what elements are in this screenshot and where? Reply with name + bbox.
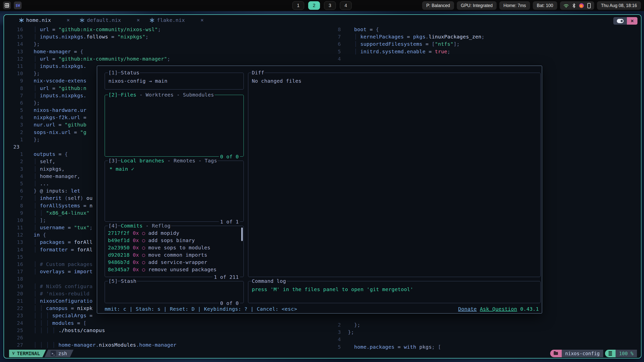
commits-panel-title: [4]─Commits - Reflog [108,222,171,229]
line-number: 7 [8,195,23,202]
editor-window: home.nix×default.nix×flake.nix× × 16 │ u… [4,14,641,358]
code-line: 26 [8,334,176,341]
code-text: │ forAllSystems = n [23,202,93,209]
code-text: outputs = { [23,151,68,158]
line-number: 24 [8,320,23,327]
nix-snowflake-icon [79,18,85,23]
commit-hash: d920218 [108,252,130,258]
commit-hash: 9486b7d [108,259,130,265]
window-toggle-button[interactable] [613,17,627,25]
code-text: nur.url = "github [23,121,87,128]
commit-graph-icon: ○ [142,252,145,258]
commit-message: move sops to modules [145,245,210,251]
commits-count: 1 of 211 [213,274,240,280]
line-number: 15 [8,253,23,261]
lazygit-command-log-panel[interactable]: Command log press 'M' in the files panel… [248,281,541,303]
commit-row[interactable]: 8e345a7 0x ○ remove unused packages [108,266,244,273]
editor-pane-right-bottom[interactable]: 2 };3};45 home.packages = with pkgs; [ [328,321,441,351]
line-number: 6 [8,99,23,107]
lazygit-commits-panel[interactable]: [4]─Commits - Reflog 2717f2f 0x ○ add mo… [105,226,244,277]
line-number: 23 [8,312,23,319]
code-text: │ inputs.nixpkgs. [23,92,87,99]
line-number: 8 [328,26,341,33]
lazygit-stash-panel[interactable]: [5]─Stash 0 of 0 [105,281,244,303]
line-number: 25 [8,327,23,334]
line-number: 26 [8,334,23,341]
line-number: 14 [8,40,23,48]
commit-author-tag: 0x [130,245,142,251]
line-number: 5 [8,107,23,114]
commit-row[interactable]: 2a23950 0x ○ move sops to modules [108,244,244,251]
donate-link[interactable]: Donate [458,306,477,312]
line-number: 4 [328,55,341,63]
code-text: │ kernelPackages = pkgs.linuxPackages_ze… [341,33,485,40]
line-number: 2 [8,129,23,136]
commit-row[interactable]: d920218 0x ○ move common imports [108,251,244,259]
line-number: 11 [8,63,23,70]
commit-row[interactable]: 2717f2f 0x ○ add mopidy [108,230,244,237]
toggle-knob-icon [617,19,624,23]
code-text: sops-nix.url = "g [23,129,87,136]
status-pill: Bat: 100 [533,1,557,10]
lazygit-links: Donate Ask Question 0.43.1 [458,305,539,313]
code-text: │ nixpkgs, [23,165,65,173]
lazygit-files-panel[interactable]: [2]─Files - Worktrees - Submodules 0 of … [105,95,244,157]
status-bar: VTERMINAL >_zsh nixos-config 100 % [4,350,641,357]
workspace-button-2[interactable]: 2 [308,1,320,10]
lazygit-status-panel[interactable]: [1]─Status nixos-config → main [105,73,244,89]
workspace-button-4[interactable]: 4 [340,1,352,10]
window-close-button[interactable]: × [627,17,637,25]
line-number: 12 [8,55,23,63]
commit-row[interactable]: b49ef1d 0x ○ add sops binary [108,237,244,244]
code-text: │ initrd.systemd.enable = true; [341,48,450,55]
code-line: 12 │ url = "github:nix-community/home-ma… [8,55,176,63]
code-line: 6 │ supportedFilesystems = ["ntfs"]; [328,40,485,48]
editor-pane-right-top[interactable]: 8 boot = {7 │ kernelPackages = pkgs.linu… [328,26,485,63]
line-number: 13 [8,48,23,55]
line-number: 16 [8,261,23,268]
lazygit-keybindings-bar: mmit: c | Stash: s | Reset: D | Keybindi… [105,305,539,313]
wifi-icon [564,4,569,8]
workspace-button-1[interactable]: 1 [292,1,304,10]
diff-content: No changed files [248,73,540,84]
nix-snowflake-icon [149,18,155,23]
code-text: │ │ │ specialArgs = [23,312,93,319]
keybindings-hint: mmit: c | Stash: s | Reset: D | Keybindi… [105,305,297,313]
workspace-button-3[interactable]: 3 [324,1,336,10]
code-text: │ # 'nixos-rebuild [23,290,90,297]
workspace-monogram[interactable]: $W [14,2,22,9]
tray-icons[interactable] [560,1,594,10]
code-line: 15 │ inputs.nixpkgs.follows = "nixpkgs"; [8,33,176,40]
ask-question-link[interactable]: Ask Question [480,306,517,312]
commit-graph-icon: ○ [142,245,145,251]
line-number: 4 [8,114,23,121]
tab-default.nix[interactable]: default.nix× [77,15,142,25]
commit-author-tag: 0x [130,266,142,273]
tab-close-icon[interactable]: × [67,17,70,23]
code-text [23,275,27,283]
code-line: 24 │ │ │ modules = [ [8,320,176,327]
line-number: 2 [328,321,341,329]
commit-message: move common imports [145,252,207,258]
code-line: 8 boot = { [328,26,485,33]
line-number: 2 [8,158,23,165]
lazygit-branches-panel[interactable]: [3]─Local branches - Remotes - Tags * ma… [105,161,244,222]
tab-close-icon[interactable]: × [137,17,140,23]
code-text: │ formatter = forAl [23,246,93,253]
commits-scrollbar[interactable] [241,228,243,241]
lazygit-diff-panel[interactable]: Diff No changed files [248,73,541,277]
commit-row[interactable]: 9486b7d 0x ○ add service-wrapper [108,259,244,266]
commit-message: add sops binary [145,237,195,243]
vim-icon: V [12,351,15,356]
tab-home.nix[interactable]: home.nix× [17,15,72,25]
code-text: }; [23,40,40,48]
tab-close-icon[interactable]: × [200,17,204,23]
command-log-content: press 'M' in the files panel to open 'gi… [248,281,540,292]
line-number: 1 [8,136,23,143]
topbar-right: P: BalancedGPU: IntegratedHome: 7msBat: … [422,1,641,10]
tab-flake.nix[interactable]: flake.nix× [147,15,206,25]
apps-grid-icon[interactable] [3,2,11,9]
top-bar: $W 1234 P: BalancedGPU: IntegratedHome: … [0,0,644,11]
mode-label: TERMINAL [17,351,40,356]
commit-graph-icon: ○ [142,266,145,273]
